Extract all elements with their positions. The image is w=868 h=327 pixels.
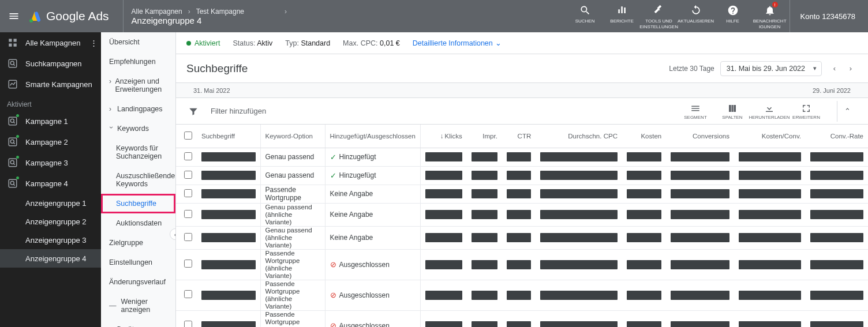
collapse-chart-button[interactable]: ⌃	[837, 101, 858, 122]
row-checkbox[interactable]	[184, 290, 192, 298]
column-header[interactable]: Conversions	[666, 125, 734, 148]
notification-badge: !	[772, 2, 778, 7]
status-enabled[interactable]: Aktiviert	[186, 39, 220, 47]
header-help-button[interactable]: HILFE	[717, 0, 749, 24]
column-header[interactable]: Kosten/Conv.	[734, 125, 806, 148]
keyword-option: Genau passend	[260, 166, 325, 185]
svg-rect-11	[9, 117, 17, 125]
account-label[interactable]: Konto 12345678	[790, 0, 861, 32]
redacted-value	[507, 291, 531, 300]
nav1-campaign[interactable]: Kampagne 3	[0, 152, 101, 173]
added-status: ✓Hinzugefügt	[330, 171, 416, 180]
nav2-show-less[interactable]: Weniger anzeigen	[101, 292, 175, 320]
column-header[interactable]: CTR	[502, 125, 536, 148]
search-box-icon	[7, 178, 18, 189]
header-refresh-button[interactable]: AKTUALISIEREN	[680, 0, 712, 24]
product-logo[interactable]: Google Ads	[28, 9, 109, 23]
nav2-item[interactable]: Änderungsverlauf	[101, 272, 175, 292]
check-icon: ✓	[330, 153, 336, 161]
nav2-item[interactable]: Zielgruppe	[101, 233, 175, 253]
nav1-item-suchkampagnen[interactable]: Suchkampagnen	[0, 53, 101, 74]
header-reports-button[interactable]: BERICHTE	[606, 0, 638, 24]
details-link[interactable]: Detaillierte Informationen ⌄	[413, 39, 502, 47]
breadcrumb-campaign[interactable]: Test Kampagne	[196, 7, 244, 16]
search-box-icon	[7, 115, 18, 127]
column-header[interactable]: Keyword-Option	[260, 125, 325, 148]
row-checkbox[interactable]	[184, 152, 192, 160]
prev-period-button[interactable]: ‹	[828, 62, 841, 76]
svg-rect-17	[9, 159, 17, 167]
redacted-value	[810, 233, 863, 242]
row-checkbox[interactable]	[184, 233, 192, 241]
column-header[interactable]: Impr.	[467, 125, 502, 148]
sort-desc-icon: ↓	[440, 132, 444, 140]
date-range-selector[interactable]: 31. Mai bis 29. Jun 2022	[720, 61, 822, 76]
redacted-value	[627, 152, 661, 161]
tool-segment-button[interactable]: SEGMENT	[679, 102, 712, 121]
nav2-item[interactable]: Empfehlungen	[101, 52, 175, 72]
column-header[interactable]: Conv.-Rate	[806, 125, 868, 148]
app-header: Google Ads Alle Kampagnen › Test Kampagn…	[0, 0, 868, 32]
filter-icon[interactable]	[186, 104, 200, 118]
breadcrumb-root[interactable]: Alle Kampagnen	[132, 7, 182, 16]
menu-icon[interactable]	[7, 9, 21, 23]
next-period-button[interactable]: ›	[844, 62, 858, 76]
column-header[interactable]: Hinzugefügt/Ausgeschlossen	[325, 125, 420, 148]
redacted-value	[507, 260, 531, 269]
breadcrumb: Alle Kampagnen › Test Kampagne › Anzeige…	[123, 0, 287, 32]
nav2-item[interactable]: Landingpages	[101, 99, 175, 119]
column-header[interactable]: ↓Klicks	[420, 125, 466, 148]
column-header[interactable]: Suchbegriff	[197, 125, 260, 148]
nav2-subitem[interactable]: Auktionsdaten	[101, 213, 175, 233]
search-box-icon	[7, 157, 18, 168]
nav2-subitem[interactable]: Keywords für Suchanzeigen	[101, 138, 175, 166]
block-icon: ⊘	[330, 260, 336, 269]
nav1-campaign[interactable]: Kampagne 2	[0, 131, 101, 152]
nav2-item[interactable]: Einstellungen	[101, 253, 175, 272]
svg-point-8	[10, 61, 14, 65]
redacted-value	[627, 171, 661, 180]
nav1-adgroup[interactable]: Anzeigengruppe 1	[0, 194, 101, 212]
nav1-adgroup[interactable]: Anzeigengruppe 4	[0, 249, 101, 268]
breadcrumb-current[interactable]: Anzeigengruppe 4	[132, 16, 287, 25]
row-checkbox[interactable]	[184, 260, 192, 268]
title-bar: Suchbegriffe Letzte 30 Tage 31. Mai bis …	[176, 54, 868, 83]
refresh-icon	[689, 3, 703, 17]
nav1-adgroup[interactable]: Anzeigengruppe 3	[0, 231, 101, 249]
row-checkbox[interactable]	[184, 210, 192, 218]
header-search-button[interactable]: SUCHEN	[569, 0, 601, 24]
nav2-subitem[interactable]: Suchbegriffe	[101, 194, 175, 213]
more-icon[interactable]: ⋮	[90, 39, 98, 47]
row-checkbox[interactable]	[184, 321, 192, 327]
tool-download-button[interactable]: HERUNTERLADEN	[753, 102, 786, 121]
nav1-adgroup[interactable]: Anzeigengruppe 2	[0, 212, 101, 231]
status-dot-icon	[16, 156, 19, 159]
nav1-campaign[interactable]: Kampagne 4	[0, 173, 101, 194]
filter-input[interactable]: Filter hinzufügen	[211, 107, 668, 115]
nav2-item[interactable]: Anzeigen und Erweiterungen	[101, 72, 175, 99]
column-header[interactable]: Durchschn. CPC	[536, 125, 622, 148]
redacted-value	[739, 291, 801, 300]
header-notifications-button[interactable]: BENACHRICHT IGUNGEN!	[754, 0, 786, 30]
nav2-item[interactable]: Übersicht	[101, 32, 175, 52]
row-checkbox[interactable]	[184, 171, 192, 179]
nav2-item[interactable]: Keywords	[101, 119, 175, 138]
svg-rect-14	[9, 138, 17, 146]
header-tools-button[interactable]: TOOLS UND EINSTELLUNGEN	[643, 0, 675, 30]
column-header[interactable]: Kosten	[622, 125, 666, 148]
svg-point-1	[29, 19, 33, 22]
nav1-campaign[interactable]: Kampagne 1	[0, 111, 101, 131]
nav2-item[interactable]: Geräte	[101, 320, 175, 327]
row-checkbox[interactable]	[184, 189, 192, 197]
tool-columns-button[interactable]: SPALTEN	[716, 102, 749, 121]
nav1-item-alle-kampagnen[interactable]: Alle Kampagnen⋮	[0, 32, 101, 53]
redacted-value	[671, 321, 729, 328]
nav1-item-smarte-kampagnen[interactable]: Smarte Kampagnen	[0, 74, 101, 95]
tool-expand-button[interactable]: ERWEITERN	[790, 102, 823, 121]
redacted-value	[425, 233, 462, 242]
select-all-checkbox[interactable]	[184, 131, 192, 140]
redacted-value	[671, 233, 729, 242]
redacted-value	[671, 189, 729, 198]
redacted-value	[472, 321, 497, 328]
nav2-subitem[interactable]: Auszuschließende Keywords	[101, 166, 175, 194]
